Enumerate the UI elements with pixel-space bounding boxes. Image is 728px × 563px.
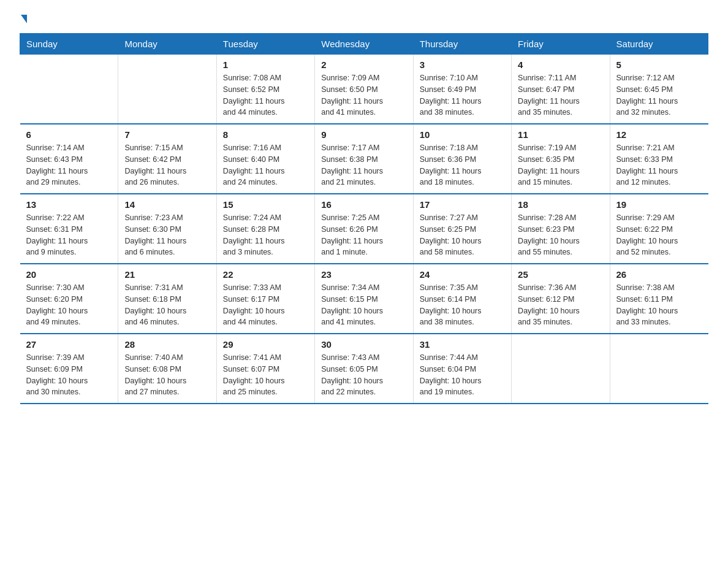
- day-info: Sunrise: 7:43 AM Sunset: 6:05 PM Dayligh…: [321, 352, 406, 398]
- day-cell: 20Sunrise: 7:30 AM Sunset: 6:20 PM Dayli…: [20, 264, 118, 334]
- day-info: Sunrise: 7:38 AM Sunset: 6:11 PM Dayligh…: [616, 282, 702, 328]
- day-cell: 6Sunrise: 7:14 AM Sunset: 6:43 PM Daylig…: [20, 124, 118, 194]
- day-cell: [20, 55, 118, 124]
- page-header: [20, 15, 708, 23]
- day-number: 15: [223, 199, 308, 210]
- day-info: Sunrise: 7:15 AM Sunset: 6:42 PM Dayligh…: [124, 142, 210, 188]
- day-info: Sunrise: 7:33 AM Sunset: 6:17 PM Dayligh…: [223, 282, 308, 328]
- day-number: 22: [223, 269, 308, 280]
- day-cell: 29Sunrise: 7:41 AM Sunset: 6:07 PM Dayli…: [216, 334, 314, 404]
- header-row: SundayMondayTuesdayWednesdayThursdayFrid…: [20, 34, 708, 55]
- header-cell-friday: Friday: [512, 34, 610, 55]
- day-info: Sunrise: 7:41 AM Sunset: 6:07 PM Dayligh…: [223, 352, 308, 398]
- day-cell: 10Sunrise: 7:18 AM Sunset: 6:36 PM Dayli…: [413, 124, 511, 194]
- day-info: Sunrise: 7:11 AM Sunset: 6:47 PM Dayligh…: [518, 72, 603, 118]
- day-info: Sunrise: 7:12 AM Sunset: 6:45 PM Dayligh…: [616, 72, 702, 118]
- day-number: 1: [223, 59, 308, 70]
- day-info: Sunrise: 7:29 AM Sunset: 6:22 PM Dayligh…: [616, 212, 702, 258]
- day-cell: 2Sunrise: 7:09 AM Sunset: 6:50 PM Daylig…: [315, 55, 413, 124]
- day-number: 30: [321, 339, 406, 350]
- header-cell-tuesday: Tuesday: [216, 34, 314, 55]
- day-info: Sunrise: 7:14 AM Sunset: 6:43 PM Dayligh…: [26, 142, 112, 188]
- day-number: 20: [26, 269, 112, 280]
- day-number: 24: [420, 269, 505, 280]
- day-number: 18: [518, 199, 603, 210]
- logo: [20, 15, 27, 23]
- day-number: 13: [26, 199, 112, 210]
- day-info: Sunrise: 7:40 AM Sunset: 6:08 PM Dayligh…: [124, 352, 210, 398]
- day-info: Sunrise: 7:31 AM Sunset: 6:18 PM Dayligh…: [124, 282, 210, 328]
- day-info: Sunrise: 7:10 AM Sunset: 6:49 PM Dayligh…: [420, 72, 505, 118]
- day-number: 16: [321, 199, 406, 210]
- day-cell: 12Sunrise: 7:21 AM Sunset: 6:33 PM Dayli…: [610, 124, 708, 194]
- day-cell: 27Sunrise: 7:39 AM Sunset: 6:09 PM Dayli…: [20, 334, 118, 404]
- day-cell: 28Sunrise: 7:40 AM Sunset: 6:08 PM Dayli…: [118, 334, 216, 404]
- day-cell: 26Sunrise: 7:38 AM Sunset: 6:11 PM Dayli…: [610, 264, 708, 334]
- day-number: 21: [124, 269, 210, 280]
- day-info: Sunrise: 7:28 AM Sunset: 6:23 PM Dayligh…: [518, 212, 603, 258]
- day-info: Sunrise: 7:44 AM Sunset: 6:04 PM Dayligh…: [420, 352, 505, 398]
- week-row: 6Sunrise: 7:14 AM Sunset: 6:43 PM Daylig…: [20, 124, 708, 194]
- day-cell: 19Sunrise: 7:29 AM Sunset: 6:22 PM Dayli…: [610, 194, 708, 264]
- day-number: 29: [223, 339, 308, 350]
- day-number: 8: [223, 129, 308, 140]
- day-number: 9: [321, 129, 406, 140]
- week-row: 20Sunrise: 7:30 AM Sunset: 6:20 PM Dayli…: [20, 264, 708, 334]
- day-info: Sunrise: 7:22 AM Sunset: 6:31 PM Dayligh…: [26, 212, 112, 258]
- day-info: Sunrise: 7:19 AM Sunset: 6:35 PM Dayligh…: [518, 142, 603, 188]
- day-number: 28: [124, 339, 210, 350]
- day-info: Sunrise: 7:18 AM Sunset: 6:36 PM Dayligh…: [420, 142, 505, 188]
- day-cell: [610, 334, 708, 404]
- day-cell: 11Sunrise: 7:19 AM Sunset: 6:35 PM Dayli…: [512, 124, 610, 194]
- day-cell: 13Sunrise: 7:22 AM Sunset: 6:31 PM Dayli…: [20, 194, 118, 264]
- day-cell: 8Sunrise: 7:16 AM Sunset: 6:40 PM Daylig…: [216, 124, 314, 194]
- day-number: 27: [26, 339, 112, 350]
- day-cell: 18Sunrise: 7:28 AM Sunset: 6:23 PM Dayli…: [512, 194, 610, 264]
- day-info: Sunrise: 7:30 AM Sunset: 6:20 PM Dayligh…: [26, 282, 112, 328]
- week-row: 27Sunrise: 7:39 AM Sunset: 6:09 PM Dayli…: [20, 334, 708, 404]
- day-cell: 3Sunrise: 7:10 AM Sunset: 6:49 PM Daylig…: [413, 55, 511, 124]
- day-number: 10: [420, 129, 505, 140]
- day-cell: [512, 334, 610, 404]
- day-number: 14: [124, 199, 210, 210]
- day-cell: 9Sunrise: 7:17 AM Sunset: 6:38 PM Daylig…: [315, 124, 413, 194]
- day-info: Sunrise: 7:35 AM Sunset: 6:14 PM Dayligh…: [420, 282, 505, 328]
- day-cell: 23Sunrise: 7:34 AM Sunset: 6:15 PM Dayli…: [315, 264, 413, 334]
- header-cell-monday: Monday: [118, 34, 216, 55]
- day-info: Sunrise: 7:17 AM Sunset: 6:38 PM Dayligh…: [321, 142, 406, 188]
- calendar-body: 1Sunrise: 7:08 AM Sunset: 6:52 PM Daylig…: [20, 55, 708, 404]
- header-cell-saturday: Saturday: [610, 34, 708, 55]
- day-cell: 21Sunrise: 7:31 AM Sunset: 6:18 PM Dayli…: [118, 264, 216, 334]
- day-cell: 4Sunrise: 7:11 AM Sunset: 6:47 PM Daylig…: [512, 55, 610, 124]
- day-info: Sunrise: 7:16 AM Sunset: 6:40 PM Dayligh…: [223, 142, 308, 188]
- day-info: Sunrise: 7:36 AM Sunset: 6:12 PM Dayligh…: [518, 282, 603, 328]
- day-cell: 5Sunrise: 7:12 AM Sunset: 6:45 PM Daylig…: [610, 55, 708, 124]
- day-number: 4: [518, 59, 603, 70]
- day-number: 26: [616, 269, 702, 280]
- day-number: 3: [420, 59, 505, 70]
- logo-arrow-icon: [21, 15, 27, 23]
- day-cell: 22Sunrise: 7:33 AM Sunset: 6:17 PM Dayli…: [216, 264, 314, 334]
- day-number: 17: [420, 199, 505, 210]
- day-number: 2: [321, 59, 406, 70]
- day-number: 25: [518, 269, 603, 280]
- header-cell-thursday: Thursday: [413, 34, 511, 55]
- day-info: Sunrise: 7:24 AM Sunset: 6:28 PM Dayligh…: [223, 212, 308, 258]
- day-number: 19: [616, 199, 702, 210]
- day-number: 31: [420, 339, 505, 350]
- day-number: 12: [616, 129, 702, 140]
- week-row: 13Sunrise: 7:22 AM Sunset: 6:31 PM Dayli…: [20, 194, 708, 264]
- day-cell: 14Sunrise: 7:23 AM Sunset: 6:30 PM Dayli…: [118, 194, 216, 264]
- day-cell: 25Sunrise: 7:36 AM Sunset: 6:12 PM Dayli…: [512, 264, 610, 334]
- day-number: 11: [518, 129, 603, 140]
- day-info: Sunrise: 7:27 AM Sunset: 6:25 PM Dayligh…: [420, 212, 505, 258]
- day-info: Sunrise: 7:21 AM Sunset: 6:33 PM Dayligh…: [616, 142, 702, 188]
- day-cell: 1Sunrise: 7:08 AM Sunset: 6:52 PM Daylig…: [216, 55, 314, 124]
- calendar-header: SundayMondayTuesdayWednesdayThursdayFrid…: [20, 34, 708, 55]
- day-cell: 31Sunrise: 7:44 AM Sunset: 6:04 PM Dayli…: [413, 334, 511, 404]
- day-info: Sunrise: 7:25 AM Sunset: 6:26 PM Dayligh…: [321, 212, 406, 258]
- header-cell-sunday: Sunday: [20, 34, 118, 55]
- week-row: 1Sunrise: 7:08 AM Sunset: 6:52 PM Daylig…: [20, 55, 708, 124]
- day-info: Sunrise: 7:23 AM Sunset: 6:30 PM Dayligh…: [124, 212, 210, 258]
- header-cell-wednesday: Wednesday: [315, 34, 413, 55]
